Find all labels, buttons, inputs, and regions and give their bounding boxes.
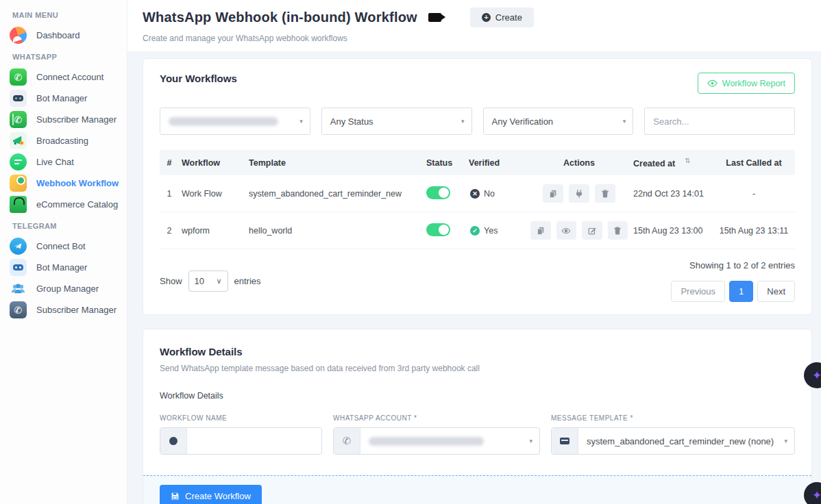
account-filter-select[interactable]: ▾ <box>160 108 310 135</box>
sidebar-item-bot-manager-tg[interactable]: Bot Manager <box>0 257 127 278</box>
workflow-name-group <box>160 427 322 455</box>
create-button-label: Create <box>495 12 522 23</box>
chat-bubble-icon <box>10 153 27 171</box>
caret-down-icon: ▾ <box>623 118 626 125</box>
sidebar-item-live-chat[interactable]: Live Chat <box>0 151 127 173</box>
workflows-card: Your Workflows Workflow Report ▾ Any Sta… <box>143 58 812 315</box>
workflow-name-input[interactable] <box>187 428 321 454</box>
view-action-button[interactable] <box>556 221 577 240</box>
col-header-status[interactable]: Status <box>424 158 466 168</box>
sidebar: MAIN MENU Dashboard WHATSAPP ✆ Connect A… <box>0 0 127 504</box>
sidebar-item-dashboard[interactable]: Dashboard <box>0 25 127 46</box>
sidebar-item-label: eCommerce Catalog <box>36 199 118 210</box>
created-at-label: Created at <box>633 159 675 168</box>
verification-filter-select[interactable]: Any Verification ▾ <box>483 108 634 135</box>
copy-action-button[interactable] <box>543 184 563 203</box>
sidebar-section-whatsapp: WHATSAPP <box>0 46 127 66</box>
sidebar-item-subscriber-manager-wa[interactable]: ✆ Subscriber Manager <box>0 109 127 130</box>
plug-icon <box>574 189 584 199</box>
plus-circle-icon: + <box>482 13 491 22</box>
sidebar-item-broadcasting[interactable]: Broadcasting <box>0 130 127 151</box>
table-row: 2 wpform hello_world ✓ Yes <box>160 212 795 249</box>
details-card-subtitle: Send WhatsApp template message based on … <box>160 364 795 373</box>
sparkle-icon: ✦ <box>812 488 821 503</box>
row-workflow-name: Work Flow <box>179 189 246 199</box>
col-header-workflow[interactable]: Workflow <box>179 158 246 168</box>
copy-action-button[interactable] <box>530 221 551 240</box>
col-header-actions[interactable]: Actions <box>528 158 630 168</box>
next-page-button[interactable]: Next <box>757 281 795 302</box>
create-workflow-button[interactable]: Create Workflow <box>160 485 262 504</box>
message-template-label: MESSAGE TEMPLATE * <box>551 414 795 422</box>
col-header-created-at[interactable]: Created at⇅ <box>630 157 713 168</box>
redacted-account-value <box>169 117 278 126</box>
whatsapp-account-select[interactable]: ✆ ▾ <box>333 427 540 455</box>
row-num: 2 <box>160 226 179 236</box>
people-group-icon <box>10 280 27 297</box>
sort-icon[interactable]: ⇅ <box>685 157 690 164</box>
copy-icon <box>548 189 558 199</box>
col-header-template[interactable]: Template <box>246 158 424 168</box>
status-toggle[interactable] <box>426 223 450 236</box>
delete-action-button[interactable] <box>595 184 615 203</box>
sidebar-item-label: Live Chat <box>36 157 74 167</box>
page-subtitle: Create and manage your WhatsApp webhook … <box>143 34 805 43</box>
sidebar-item-webhook-workflow[interactable]: Webhook Workflow <box>0 173 127 194</box>
workflow-details-card: Workflow Details Send WhatsApp template … <box>143 329 812 504</box>
main-content: WhatsApp Webhook (in-bound) Workflow + C… <box>127 0 821 504</box>
sidebar-item-label: Subscriber Manager <box>36 305 117 315</box>
sidebar-item-group-manager[interactable]: Group Manager <box>0 278 127 299</box>
not-verified-icon: ✕ <box>470 189 480 199</box>
eye-icon <box>707 78 718 88</box>
sidebar-item-label: Connect Account <box>36 72 103 82</box>
whatsapp-account-label: WHATSAPP ACCOUNT * <box>333 414 540 422</box>
details-section-label: Workflow Details <box>160 391 795 401</box>
previous-page-button[interactable]: Previous <box>671 281 725 302</box>
sidebar-section-main-menu: MAIN MENU <box>0 4 127 25</box>
search-input[interactable] <box>644 108 795 135</box>
caret-down-icon: ▾ <box>299 118 303 125</box>
webhook-icon <box>10 175 27 192</box>
pagination-summary: Showing 1 to 2 of 2 entries <box>671 260 795 270</box>
robot-icon <box>10 259 27 276</box>
video-camera-icon[interactable] <box>428 13 441 22</box>
contact-book-icon: ✆ <box>10 111 27 128</box>
sidebar-item-label: Bot Manager <box>36 93 87 103</box>
trash-icon <box>613 226 622 236</box>
entries-select[interactable]: 10 ∨ <box>188 270 228 292</box>
pen-dot-icon <box>160 428 187 454</box>
row-last-called-at: - <box>713 189 795 199</box>
edit-action-button[interactable] <box>582 221 602 240</box>
redacted-account-value <box>369 437 484 446</box>
row-last-called-at: 15th Aug 23 13:11 <box>713 226 795 236</box>
sidebar-item-subscriber-manager-tg[interactable]: ✆ Subscriber Manager <box>0 299 127 320</box>
sidebar-section-telegram: TELEGRAM <box>0 215 127 236</box>
dashboard-gauge-icon <box>10 27 27 44</box>
status-toggle[interactable] <box>426 186 450 199</box>
copy-icon <box>536 226 546 236</box>
sidebar-item-label: Group Manager <box>36 284 99 294</box>
plug-action-button[interactable] <box>569 184 589 203</box>
col-header-verified[interactable]: Verified <box>466 158 528 168</box>
caret-down-icon: ▾ <box>784 438 787 444</box>
shopping-bag-icon <box>10 196 27 213</box>
sidebar-item-connect-account[interactable]: ✆ Connect Account <box>0 66 127 88</box>
status-filter-select[interactable]: Any Status ▾ <box>321 108 472 135</box>
workflow-name-label: WORKFLOW NAME <box>160 414 322 422</box>
workflow-report-button[interactable]: Workflow Report <box>698 73 795 94</box>
sidebar-item-bot-manager-wa[interactable]: Bot Manager <box>0 88 127 109</box>
col-header-num[interactable]: # <box>160 158 179 168</box>
verified-icon: ✓ <box>470 226 480 236</box>
sidebar-item-label: Webhook Workflow <box>36 178 119 188</box>
page-1-button[interactable]: 1 <box>729 281 753 302</box>
message-template-select[interactable]: system_abandoned_cart_reminder_new (none… <box>551 427 795 455</box>
row-num: 1 <box>160 189 179 199</box>
sidebar-item-connect-bot[interactable]: Connect Bot <box>0 236 127 257</box>
sidebar-item-label: Bot Manager <box>36 262 87 273</box>
sidebar-item-ecommerce-catalog[interactable]: eCommerce Catalog <box>0 194 127 215</box>
whatsapp-icon: ✆ <box>10 68 27 86</box>
delete-action-button[interactable] <box>608 221 628 240</box>
create-button[interactable]: + Create <box>470 8 534 27</box>
create-workflow-label: Create Workflow <box>185 491 251 501</box>
col-header-last-called[interactable]: Last Called at <box>713 158 795 168</box>
